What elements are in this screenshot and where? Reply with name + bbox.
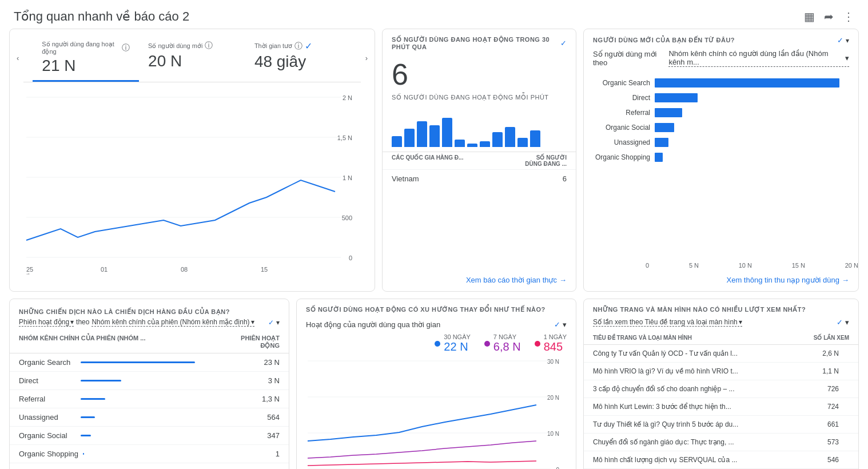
svg-text:1,5 N: 1,5 N: [337, 134, 352, 141]
campaign-label-1: Direct: [19, 376, 76, 385]
bar12: [530, 130, 540, 147]
pages-table-header: TIÊU ĐỀ TRANG VÀ LOẠI MÀN HÌNH SỐ LẦN XE…: [584, 331, 858, 345]
campaign-bar-4: Organic Social: [19, 431, 222, 440]
bar-label-1: Direct: [593, 94, 650, 102]
campaign-label-3: Unassigned: [19, 413, 76, 422]
realtime-link[interactable]: Xem báo cáo thời gian thực →: [383, 269, 576, 291]
svg-text:08: 08: [181, 266, 188, 273]
campaigns-dd1[interactable]: Phiên hoạt động ▾: [19, 318, 74, 327]
campaign-value-4: 347: [222, 431, 280, 440]
campaign-label-4: Organic Social: [19, 431, 76, 440]
svg-text:01: 01: [101, 266, 107, 273]
campaign-label-5: Organic Shopping: [19, 450, 78, 458]
trend-card: SỐ NGƯỜI DÙNG HOẠT ĐỘNG CÓ XU HƯỚNG THAY…: [296, 299, 576, 469]
pages-dropdown[interactable]: Số lần xem theo Tiêu đề trang và loại mà…: [593, 318, 742, 327]
metrics-line-chart: 2 N 1,5 N 1 N 500 0 25 thg 01: [19, 92, 365, 275]
svg-text:1 N: 1 N: [343, 174, 352, 181]
bar8: [480, 141, 490, 147]
svg-text:2 N: 2 N: [343, 94, 352, 101]
pages-value-4: 661: [782, 420, 839, 428]
pages-row-1: Mô hình VRIO là gì? Ví dụ về mô hình VRI…: [584, 363, 858, 380]
bar-label-5: Organic Shopping: [593, 153, 650, 161]
campaigns-col2-header: PHIÊN HOẠT ĐỘNG: [222, 335, 280, 349]
tab2-label: Số người dùng mới ⓘ: [148, 41, 236, 51]
bar-track-0: [655, 78, 849, 88]
bar-fill-5: [655, 153, 663, 162]
tab3-value: 48 giây: [254, 53, 343, 71]
legend-dot-1: [535, 341, 540, 347]
campaign-bar-0: Organic Search: [19, 358, 222, 367]
share-icon[interactable]: ➦: [824, 10, 834, 23]
new-users-section-title: NGƯỜI DÙNG MỚI CỦA BẠN ĐẾN TỪ ĐÂU?: [593, 37, 735, 44]
next-arrow[interactable]: ›: [361, 49, 372, 67]
bar-row-0: Organic Search: [593, 78, 849, 88]
trend-line-chart: 30 N 20 N 10 N 0 25: [306, 358, 567, 469]
check-icon-trend: ✓: [554, 320, 560, 329]
arrow-icon-nu: →: [842, 276, 849, 284]
bar-row-3: Organic Social: [593, 123, 849, 132]
pages-value-5: 573: [782, 438, 839, 446]
bar3: [417, 121, 427, 147]
bar-track-3: [655, 123, 849, 132]
bar11: [517, 138, 528, 147]
chevron-down-icon-nu: ▾: [845, 54, 849, 62]
rt-col2-header: SỐ NGƯỜI DÙNG ĐANG ...: [521, 154, 567, 167]
legend-dot-7: [484, 341, 490, 347]
chevron-dd3: ▾: [251, 318, 254, 326]
row1: ‹ Số người dùng đang hoạt động ⓘ 21 N Số…: [9, 29, 859, 292]
bar-fill-2: [655, 108, 682, 117]
campaign-mini-bar-3: [81, 416, 95, 418]
campaigns-dd3[interactable]: Nhóm kênh chính của phiên (Nhóm kênh mặc…: [91, 318, 254, 327]
chevron-trend: ▾: [563, 320, 567, 329]
page-header: Tổng quan nhanh về báo cáo 2 ▦ ➦ ⋮: [0, 0, 868, 29]
bar5: [442, 118, 452, 147]
campaign-mini-bar-5: [83, 453, 84, 455]
pages-row-5: Chuyển đổi số ngành giáo dục: Thực trạng…: [584, 434, 858, 451]
campaign-value-1: 3 N: [222, 376, 280, 385]
trend-chart-area: 30 N 20 N 10 N 0 25: [297, 358, 576, 469]
bar-fill-3: [655, 123, 674, 132]
campaign-value-5: 1: [222, 450, 280, 458]
info-icon-2: ⓘ: [205, 41, 213, 51]
pages-value-2: 726: [782, 385, 839, 393]
metrics-card: ‹ Số người dùng đang hoạt động ⓘ 21 N Số…: [9, 29, 375, 292]
bar1: [392, 136, 402, 147]
campaigns-card: NHỮNG CHIẾN DỊCH NÀO LÀ CHIẾN DỊCH HÀNG …: [9, 299, 289, 469]
tab-active-users[interactable]: Số người dùng đang hoạt động ⓘ 21 N: [33, 34, 139, 82]
columns-icon[interactable]: ▦: [804, 10, 815, 23]
trend-section-title: SỐ NGƯỜI DÙNG HOẠT ĐỘNG CÓ XU HƯỚNG THAY…: [297, 299, 576, 316]
chevron-down-icon: ▾: [846, 37, 849, 45]
pages-title-2: 3 cấp độ chuyển đổi số cho doanh nghiệp …: [593, 385, 782, 393]
campaign-row-0: Organic Search 23 N: [10, 353, 289, 372]
bar-label-2: Referral: [593, 109, 650, 117]
bar-row-2: Referral: [593, 108, 849, 117]
bar10: [505, 127, 515, 147]
filter-dropdown[interactable]: ✓ ▾: [837, 36, 849, 45]
new-users-link[interactable]: Xem thông tin thu nạp người dùng →: [584, 269, 858, 291]
pages-value-3: 724: [782, 403, 839, 411]
campaign-row-5: Organic Shopping 1: [10, 445, 289, 463]
campaigns-section-title: NHỮNG CHIẾN DỊCH NÀO LÀ CHIẾN DỊCH HÀNG …: [10, 299, 289, 317]
bar-track-4: [655, 138, 849, 147]
pages-section-title: NHỮNG TRANG VÀ MÀN HÌNH NÀO CÓ NHIỀU LƯỢ…: [584, 299, 858, 316]
chevron-dd1: ▾: [70, 318, 74, 326]
bar-track-1: [655, 93, 849, 102]
prev-arrow[interactable]: ‹: [12, 49, 23, 67]
pages-title-3: Mô hình Kurt Lewin: 3 bước để thực hiện …: [593, 403, 782, 411]
chevron-pages: ▾: [739, 318, 742, 326]
page-title: Tổng quan nhanh về báo cáo 2: [14, 9, 189, 24]
campaign-bar-5: Organic Shopping: [19, 450, 222, 458]
campaigns-table-header: NHÓM KÊNH CHÍNH CỦA PHIÊN (NHÓM ... PHIÊ…: [10, 331, 289, 353]
tab-new-users[interactable]: Số người dùng mới ⓘ 20 N: [139, 34, 245, 82]
bar2: [404, 129, 415, 147]
new-users-header-row: NGƯỜI DÙNG MỚI CỦA BẠN ĐẾN TỪ ĐÂU? ✓ ▾: [584, 29, 858, 47]
bar-label-0: Organic Search: [593, 79, 650, 87]
settings-icon[interactable]: ⋮: [843, 10, 854, 23]
check-icon-realtime: ✓: [560, 39, 567, 47]
tab1-value: 21 N: [42, 57, 130, 75]
tab-session-time[interactable]: Thời gian tươ ⓘ ✓ 48 giây: [245, 34, 352, 82]
pages-card: NHỮNG TRANG VÀ MÀN HÌNH NÀO CÓ NHIỀU LƯỢ…: [583, 299, 859, 469]
nu-dropdown[interactable]: Nhóm kênh chính có người dùng lần đầu (N…: [668, 49, 849, 67]
campaign-bar-3: Unassigned: [19, 413, 222, 422]
metrics-tabs: Số người dùng đang hoạt động ⓘ 21 N Số n…: [23, 34, 360, 82]
